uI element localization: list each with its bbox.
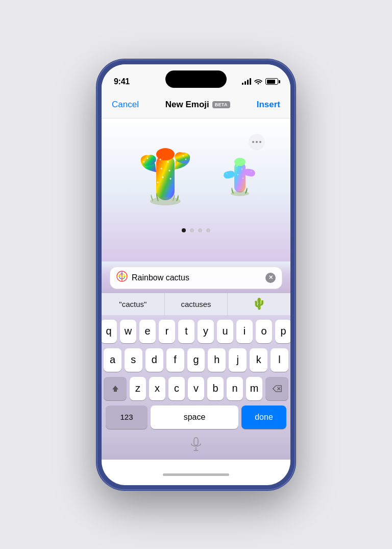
page-dot-4[interactable]	[206, 228, 210, 232]
svg-point-25	[251, 171, 252, 172]
key-p[interactable]: p	[275, 320, 290, 343]
svg-point-4	[160, 158, 161, 160]
phone-frame: 9:41	[96, 59, 296, 490]
key-a[interactable]: a	[104, 348, 121, 372]
predictive-item-cactuses[interactable]: cactuses	[165, 293, 228, 315]
home-indicator	[163, 473, 229, 476]
pagination-dots	[182, 228, 210, 232]
status-icons	[242, 77, 278, 86]
key-r[interactable]: r	[159, 320, 175, 343]
home-indicator-area	[102, 434, 290, 460]
svg-rect-16	[234, 162, 246, 193]
svg-rect-30	[194, 438, 198, 445]
status-bar: 9:41	[102, 64, 290, 92]
search-input[interactable]	[132, 273, 261, 282]
done-key[interactable]: done	[241, 405, 286, 429]
svg-point-11	[147, 157, 148, 158]
key-v[interactable]: v	[188, 377, 204, 400]
svg-point-13	[183, 155, 184, 156]
key-j[interactable]: j	[229, 348, 247, 372]
key-k[interactable]: k	[250, 348, 267, 372]
microphone-icon[interactable]	[189, 438, 203, 451]
svg-point-12	[143, 161, 144, 162]
key-l[interactable]: l	[271, 348, 288, 372]
page-dot-2[interactable]	[190, 228, 194, 232]
done-label: done	[255, 413, 273, 422]
cactus-secondary-svg	[216, 147, 262, 203]
key-h[interactable]: h	[208, 348, 226, 372]
key-w[interactable]: w	[120, 320, 136, 343]
wifi-icon	[254, 77, 262, 86]
key-g[interactable]: g	[187, 348, 205, 372]
predictive-text-bar: "cactus" cactuses 🌵	[102, 293, 290, 316]
key-b[interactable]: b	[207, 377, 224, 400]
phone-screen: 9:41	[102, 64, 290, 485]
predictive-text-1: "cactus"	[119, 300, 146, 308]
key-q[interactable]: q	[102, 320, 117, 343]
svg-point-20	[236, 165, 237, 166]
predictive-item-cactus-quoted[interactable]: "cactus"	[102, 293, 165, 315]
emoji-carousel	[102, 129, 290, 226]
key-s[interactable]: s	[125, 348, 142, 372]
signal-icon	[242, 78, 251, 85]
key-i[interactable]: i	[236, 320, 253, 343]
svg-point-9	[157, 181, 159, 183]
search-emoji-icon	[116, 271, 128, 284]
search-bar[interactable]: ✕	[110, 267, 282, 289]
cactus-secondary-emoji[interactable]	[216, 147, 262, 203]
dynamic-island	[165, 70, 227, 88]
key-n[interactable]: n	[227, 377, 243, 400]
nav-title-container: New Emoji BETA	[165, 100, 230, 110]
keyboard-row-3: z x c v b n m	[104, 377, 288, 400]
keyboard-bottom-row: 123 space done	[104, 405, 288, 429]
more-dots-icon	[252, 141, 261, 143]
delete-key[interactable]	[265, 377, 288, 400]
svg-rect-18	[223, 170, 235, 179]
svg-point-7	[169, 170, 170, 171]
svg-point-6	[161, 168, 162, 169]
clear-icon: ✕	[268, 275, 273, 280]
predictive-emoji-3: 🌵	[252, 297, 266, 311]
clear-button[interactable]: ✕	[265, 273, 276, 283]
emoji-preview-area	[102, 118, 290, 261]
svg-point-24	[226, 173, 227, 174]
key-o[interactable]: o	[256, 320, 272, 343]
shift-key[interactable]	[104, 377, 127, 400]
key-f[interactable]: f	[166, 348, 184, 372]
page-dot-1[interactable]	[182, 228, 186, 232]
svg-point-23	[242, 178, 243, 179]
key-d[interactable]: d	[145, 348, 163, 372]
search-area: ✕	[102, 261, 290, 293]
svg-point-8	[162, 176, 164, 178]
key-t[interactable]: t	[178, 320, 194, 343]
key-m[interactable]: m	[246, 377, 262, 400]
key-z[interactable]: z	[130, 377, 146, 400]
predictive-item-cactus-emoji[interactable]: 🌵	[228, 293, 290, 315]
cancel-button[interactable]: Cancel	[112, 100, 139, 110]
key-x[interactable]: x	[149, 377, 165, 400]
key-c[interactable]: c	[168, 377, 185, 400]
beta-badge: BETA	[212, 101, 230, 108]
space-label: space	[184, 413, 206, 422]
svg-point-1	[156, 148, 175, 160]
numbers-key[interactable]: 123	[106, 405, 148, 429]
cactus-main-svg	[130, 134, 201, 216]
status-time: 9:41	[114, 77, 130, 86]
key-u[interactable]: u	[217, 320, 233, 343]
space-key[interactable]: space	[151, 405, 238, 429]
keyboard: q w e r t y u i o p a s d f g h j k	[102, 316, 290, 434]
keyboard-row-1: q w e r t y u i o p	[104, 320, 288, 343]
cactus-main-emoji[interactable]	[130, 134, 201, 216]
keyboard-row-2: a s d f g h j k l	[104, 348, 288, 372]
svg-point-10	[170, 178, 172, 179]
nav-bar: Cancel New Emoji BETA Insert	[102, 92, 290, 118]
svg-point-22	[237, 174, 238, 175]
key-e[interactable]: e	[139, 320, 156, 343]
battery-icon	[265, 78, 278, 85]
predictive-text-2: cactuses	[181, 300, 211, 308]
key-y[interactable]: y	[198, 320, 214, 343]
svg-point-5	[167, 161, 169, 162]
page-dot-3[interactable]	[198, 228, 202, 232]
insert-button[interactable]: Insert	[257, 100, 280, 110]
svg-point-21	[241, 169, 242, 170]
